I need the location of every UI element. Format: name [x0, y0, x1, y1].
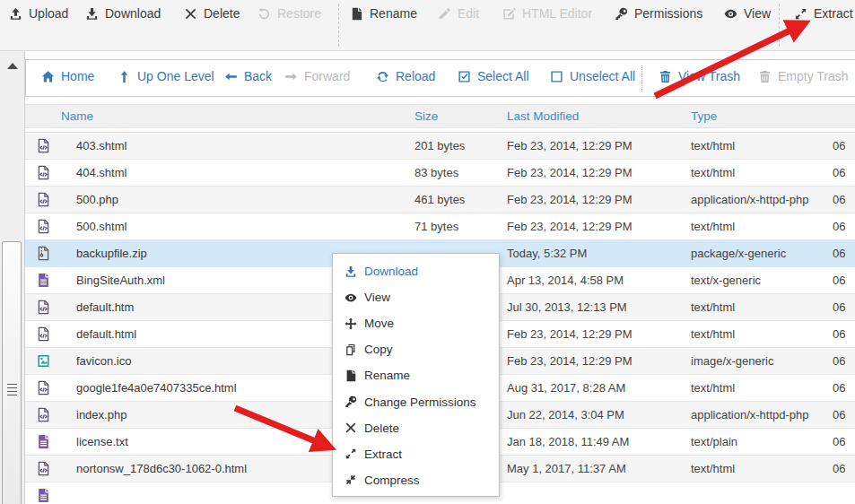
button-label: Unselect All [570, 69, 635, 83]
scrollbar-thumb[interactable] [2, 241, 22, 504]
file-name: 500.shtml [76, 213, 127, 240]
navigation-toolbar: HomeUp One LevelBackForwardReloadSelect … [25, 59, 855, 97]
column-header-name[interactable]: Name [61, 105, 93, 127]
button-label: Rename [370, 6, 417, 21]
code-file-icon [36, 380, 51, 395]
file-type: package/x-generic [691, 240, 786, 267]
file-row[interactable]: 403.shtml201 bytesFeb 23, 2014, 12:29 PM… [25, 133, 855, 160]
file-permissions: 06 [833, 133, 845, 160]
doc-file-icon [36, 434, 51, 449]
menu-item-change-permissions[interactable]: Change Permissions [333, 388, 499, 414]
file-modified: Today, 5:32 PM [507, 240, 587, 267]
restore-icon [257, 7, 271, 21]
splitter-grip-icon[interactable] [7, 384, 17, 396]
toolbar-button-edit: Edit [438, 6, 479, 21]
file-row[interactable]: 404.shtml83 bytesFeb 23, 2014, 12:29 PMt… [25, 160, 855, 187]
trash-icon [758, 70, 772, 83]
download-icon [345, 265, 357, 278]
menu-item-label: Move [364, 317, 394, 330]
code-file-icon [36, 407, 51, 422]
file-name: 403.shtml [76, 133, 127, 160]
menu-item-compress[interactable]: Compress [333, 467, 499, 493]
file-table-header: NameSizeLast ModifiedType [25, 104, 855, 128]
code-file-icon [36, 192, 51, 207]
code-file-icon [36, 326, 51, 342]
column-header-last-modified[interactable]: Last Modified [507, 105, 579, 127]
button-label: View Trash [678, 69, 740, 83]
pencil-icon [438, 7, 451, 21]
file-permissions: 06 [833, 294, 845, 321]
file-name: default.html [76, 321, 136, 348]
file-size: 71 bytes [414, 213, 458, 240]
file-type: text/html [691, 133, 735, 160]
nav-button-back[interactable]: Back [224, 69, 272, 83]
extract-icon [345, 448, 357, 460]
arrow-up-icon [118, 70, 131, 83]
menu-item-label: Delete [364, 421, 399, 435]
nav-button-home[interactable]: Home [41, 69, 94, 83]
file-modified: Feb 23, 2014, 12:29 PM [507, 213, 632, 240]
file-type: text/html [691, 375, 735, 402]
file-permissions: 06 [833, 240, 845, 267]
upload-icon [9, 7, 22, 21]
menu-item-label: Copy [364, 343, 393, 356]
file-modified: Apr 13, 2014, 4:58 PM [507, 267, 624, 294]
file-name: license.txt [76, 429, 128, 456]
toolbar-button-permissions[interactable]: Permissions [615, 6, 702, 21]
button-label: Upload [29, 6, 68, 21]
menu-item-extract[interactable]: Extract [333, 441, 499, 467]
file-size: 461 bytes [414, 187, 465, 213]
file-modified: Feb 23, 2014, 12:29 PM [507, 160, 632, 187]
button-label: HTML Editor [522, 6, 592, 21]
pencil-square-icon [502, 7, 516, 21]
code-file-icon [36, 219, 51, 234]
menu-item-copy[interactable]: Copy [333, 336, 499, 362]
nav-button-up-one-level[interactable]: Up One Level [118, 69, 214, 83]
file-type: text/html [691, 294, 735, 321]
home-icon [41, 70, 55, 83]
doc-file-icon [36, 273, 51, 288]
file-name: default.htm [76, 294, 134, 321]
menu-item-view[interactable]: View [333, 284, 499, 310]
toolbar-button-delete[interactable]: Delete [184, 6, 240, 21]
file-type: application/x-httpd-php [691, 402, 809, 429]
column-header-size[interactable]: Size [414, 105, 438, 127]
menu-item-delete[interactable]: Delete [333, 415, 499, 441]
square-icon [550, 70, 563, 83]
file-name: index.php [76, 402, 127, 429]
file-icon [345, 369, 357, 382]
file-size: 201 bytes [414, 133, 465, 160]
toolbar-button-rename[interactable]: Rename [350, 6, 417, 21]
toolbar-button-view[interactable]: View [724, 6, 771, 21]
nav-button-reload[interactable]: Reload [376, 69, 435, 83]
menu-item-label: Download [364, 265, 418, 278]
file-type: text/x-generic [691, 267, 761, 294]
file-permissions: 06 [833, 213, 845, 240]
menu-item-rename[interactable]: Rename [333, 362, 499, 388]
code-file-icon [36, 300, 51, 315]
zip-file-icon [36, 246, 51, 261]
extract-icon [794, 7, 807, 21]
delete-icon [345, 421, 357, 434]
scroll-up-arrow[interactable] [7, 63, 18, 69]
file-type: image/x-generic [691, 348, 774, 375]
image-file-icon [36, 353, 51, 369]
button-label: View [744, 6, 771, 21]
nav-button-select-all[interactable]: Select All [458, 69, 529, 83]
nav-button-view-trash[interactable]: View Trash [659, 69, 740, 83]
toolbar-button-extract[interactable]: Extract [794, 6, 853, 21]
code-file-icon [36, 165, 51, 180]
nav-button-unselect-all[interactable]: Unselect All [550, 69, 635, 83]
file-size: 83 bytes [414, 160, 458, 187]
button-label: Extract [814, 6, 853, 21]
code-file-icon [36, 138, 51, 153]
file-row[interactable]: 500.shtml71 bytesFeb 23, 2014, 12:29 PMt… [25, 213, 855, 240]
toolbar-button-upload[interactable]: Upload [9, 6, 68, 21]
toolbar-button-download[interactable]: Download [85, 6, 161, 21]
menu-item-move[interactable]: Move [333, 310, 499, 336]
file-row[interactable]: 500.php461 bytesFeb 23, 2014, 12:29 PMap… [25, 187, 855, 213]
column-header-type[interactable]: Type [691, 105, 717, 127]
toolbar-button-restore: Restore [257, 6, 321, 21]
menu-item-download[interactable]: Download [333, 258, 499, 284]
file-modified: May 1, 2017, 11:37 AM [507, 456, 626, 482]
